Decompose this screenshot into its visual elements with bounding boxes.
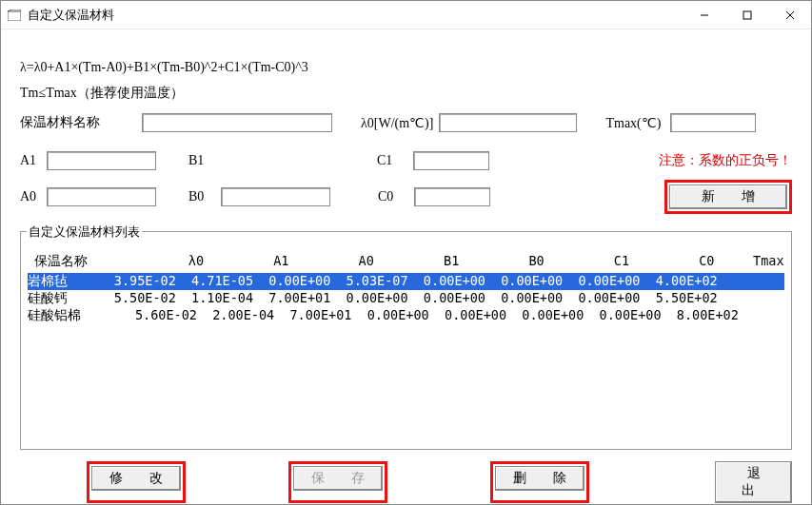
save-button[interactable]: 保 存 xyxy=(293,466,383,491)
name-input[interactable] xyxy=(142,113,332,132)
row-coef-2: A0 B0 C0 新 增 xyxy=(20,180,792,214)
minimize-button[interactable] xyxy=(683,1,725,29)
label-b0: B0 xyxy=(188,189,211,204)
modify-button-highlight: 修 改 xyxy=(87,461,186,503)
lambda0-input[interactable] xyxy=(439,113,577,132)
maximize-button[interactable] xyxy=(725,1,768,29)
table-row[interactable]: 硅酸钙 5.50E-02 1.10E-04 7.00E+01 0.00E+00 … xyxy=(28,290,784,307)
sign-warning: 注意：系数的正负号！ xyxy=(659,152,792,169)
c1-input[interactable] xyxy=(413,151,489,170)
close-button[interactable] xyxy=(768,1,811,29)
label-a0: A0 xyxy=(20,189,47,204)
label-a1: A1 xyxy=(20,153,47,168)
save-button-highlight: 保 存 xyxy=(288,461,387,503)
exit-button[interactable]: 退 出 xyxy=(715,461,792,503)
label-tmax: Tmax(℃) xyxy=(605,115,661,131)
window-title: 自定义保温材料 xyxy=(28,7,683,24)
label-c1: C1 xyxy=(377,153,400,168)
svg-rect-2 xyxy=(743,11,751,19)
row-main-fields: 保温材料名称 λ0[W/(m℃)] Tmax(℃) xyxy=(20,113,792,132)
label-b1: B1 xyxy=(188,153,211,168)
tmax-hint: Tm≤Tmax（推荐使用温度） xyxy=(20,85,792,102)
label-lambda0: λ0[W/(m℃)] xyxy=(361,115,433,131)
a0-input[interactable] xyxy=(47,187,156,206)
add-button-highlight: 新 增 xyxy=(664,180,792,214)
list-headers: 保温名称 λ0 A1 A0 B1 B0 C1 C0 Tmax xyxy=(27,253,785,270)
table-row[interactable]: 硅酸铝棉 5.60E-02 2.00E-04 7.00E+01 0.00E+00… xyxy=(28,307,784,324)
svg-rect-0 xyxy=(8,11,21,21)
table-row[interactable]: 岩棉毡 3.95E-02 4.71E-05 0.00E+00 5.03E-07 … xyxy=(28,273,784,290)
list-rows[interactable]: 岩棉毡 3.95E-02 4.71E-05 0.00E+00 5.03E-07 … xyxy=(27,272,785,325)
c0-input[interactable] xyxy=(414,187,490,206)
modify-button[interactable]: 修 改 xyxy=(91,466,181,491)
content-area: λ=λ0+A1×(Tm-A0)+B1×(Tm-B0)^2+C1×(Tm-C0)^… xyxy=(1,29,811,505)
delete-button[interactable]: 删 除 xyxy=(495,466,584,491)
label-c0: C0 xyxy=(378,189,401,204)
tmax-input[interactable] xyxy=(670,113,756,132)
b0-input[interactable] xyxy=(221,187,330,206)
window: 自定义保温材料 λ=λ0+A1×(Tm-A0)+B1×(Tm-B0)^2+C1×… xyxy=(0,0,812,505)
titlebar: 自定义保温材料 xyxy=(1,1,811,29)
material-list-group: 自定义保温材料列表 保温名称 λ0 A1 A0 B1 B0 C1 C0 Tmax… xyxy=(20,231,792,450)
group-title: 自定义保温材料列表 xyxy=(27,223,142,241)
row-coef-1: A1 B1 C1 注意：系数的正负号！ xyxy=(20,151,792,170)
delete-button-highlight: 删 除 xyxy=(490,461,589,503)
formula-text: λ=λ0+A1×(Tm-A0)+B1×(Tm-B0)^2+C1×(Tm-C0)^… xyxy=(20,60,792,75)
bottom-button-row: 修 改 保 存 删 除 退 出 xyxy=(20,461,792,503)
add-button[interactable]: 新 增 xyxy=(669,185,787,209)
label-name: 保温材料名称 xyxy=(20,114,104,131)
app-icon xyxy=(7,9,22,22)
a1-input[interactable] xyxy=(47,151,156,170)
